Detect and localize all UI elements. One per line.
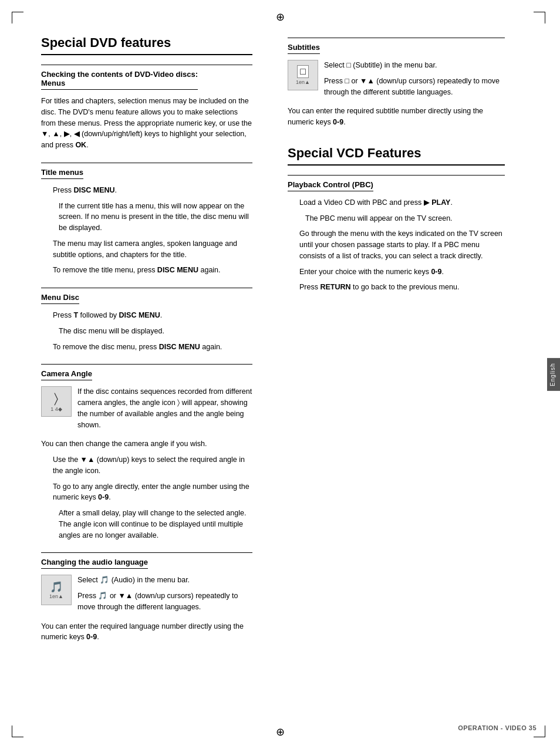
corner-tl bbox=[12, 12, 23, 23]
title-menus-line4: To remove the title menu, press DISC MEN… bbox=[41, 265, 252, 276]
subtitles-heading: Subtitles bbox=[288, 43, 320, 54]
crosshair-bottom: ⊕ bbox=[276, 727, 285, 737]
divider bbox=[41, 163, 252, 163]
checking-dvd-title: Checking the contents of DVD-Video discs… bbox=[41, 70, 198, 90]
camera-angle-icon: 〉 1 4◆ bbox=[41, 386, 72, 417]
checking-dvd-body: For titles and chapters, selection menus… bbox=[41, 96, 252, 151]
pbc-line3: Go through the menu with the keys indica… bbox=[288, 228, 505, 261]
camera-angle-body4: After a small delay, play will change to… bbox=[41, 508, 252, 541]
page: ⊕ ⊕ English Special DVD features Checkin… bbox=[0, 0, 560, 749]
divider bbox=[41, 552, 252, 553]
camera-angle-body1: You can then change the camera angle if … bbox=[41, 438, 252, 450]
camera-angle-icon-text: If the disc contains sequences recorded … bbox=[77, 386, 252, 430]
audio-select-text: Select 🎵 (Audio) in the menu bar. bbox=[77, 575, 252, 586]
subsection-checking-dvd: Checking the contents of DVD-Video discs… bbox=[41, 65, 252, 151]
subsection-menu-disc: Menu Disc Press T followed by DISC MENU.… bbox=[41, 288, 252, 352]
camera-angle-heading: Camera Angle bbox=[41, 369, 92, 380]
page-footer: OPERATION - VIDEO 35 bbox=[458, 724, 537, 731]
left-section-title: Special DVD features bbox=[41, 35, 252, 55]
subtitle-press-text: Press □ or ▼▲ (down/up cursors) repeated… bbox=[324, 76, 505, 98]
audio-language-text-block: Select 🎵 (Audio) in the menu bar. Press … bbox=[77, 575, 252, 617]
language-tab: English bbox=[547, 358, 560, 391]
divider bbox=[288, 175, 505, 176]
subtitles-text-block: Select □ (Subtitle) in the menu bar. Pre… bbox=[324, 60, 505, 102]
audio-icon: 🎵 1en▲ bbox=[41, 575, 72, 605]
corner-tr bbox=[534, 12, 545, 23]
crosshair-top: ⊕ bbox=[276, 12, 285, 22]
subsection-camera-angle: Camera Angle 〉 1 4◆ If the disc contains… bbox=[41, 364, 252, 541]
title-menus-line1: Press DISC MENU. bbox=[41, 185, 252, 196]
subtitle-select-text: Select □ (Subtitle) in the menu bar. bbox=[324, 60, 505, 71]
camera-angle-icon-row: 〉 1 4◆ If the disc contains sequences re… bbox=[41, 386, 252, 435]
pbc-line4: Enter your choice with the numeric keys … bbox=[288, 266, 505, 278]
subsection-pbc: Playback Control (PBC) Load a Video CD w… bbox=[288, 175, 505, 293]
pbc-line2: The PBC menu will appear on the TV scree… bbox=[288, 213, 505, 224]
camera-angle-body2: Use the ▼▲ (down/up) keys to select the … bbox=[41, 454, 252, 477]
divider bbox=[41, 364, 252, 365]
divider bbox=[41, 288, 252, 288]
section-vcd: Special VCD Features Playback Control (P… bbox=[288, 146, 505, 293]
subtitle-icon: □ 1en▲ bbox=[288, 60, 318, 90]
audio-press-text: Press 🎵 or ▼▲ (down/up cursors) repeated… bbox=[77, 591, 252, 613]
audio-language-heading: Changing the audio language bbox=[41, 558, 148, 569]
menu-disc-heading: Menu Disc bbox=[41, 293, 79, 304]
audio-language-icon-row: 🎵 1en▲ Select 🎵 (Audio) in the menu bar.… bbox=[41, 575, 252, 617]
audio-numeric-text: You can enter the required language numb… bbox=[41, 621, 252, 643]
title-menus-line2: If the current title has a menu, this wi… bbox=[41, 201, 252, 234]
subtitles-icon-row: □ 1en▲ Select □ (Subtitle) in the menu b… bbox=[288, 60, 505, 102]
pbc-line5: Press RETURN to go back to the previous … bbox=[288, 282, 505, 293]
pbc-line1: Load a Video CD with PBC and press ▶ PLA… bbox=[288, 197, 505, 208]
title-menus-heading: Title menus bbox=[41, 168, 83, 179]
left-column: Special DVD features Checking the conten… bbox=[0, 35, 270, 714]
camera-angle-body3: To go to any angle directly, enter the a… bbox=[41, 481, 252, 504]
menu-disc-line3: To remove the disc menu, press DISC MENU… bbox=[41, 342, 252, 353]
divider bbox=[41, 65, 252, 65]
right-column: Subtitles □ 1en▲ Select □ (Subtitle) in … bbox=[270, 35, 540, 714]
corner-bl bbox=[12, 726, 23, 737]
subsection-title-menus: Title menus Press DISC MENU. If the curr… bbox=[41, 163, 252, 276]
menu-disc-line2: The disc menu will be displayed. bbox=[41, 326, 252, 337]
subtitle-numeric-text: You can enter the required subtitle numb… bbox=[288, 106, 505, 128]
subsection-audio-language: Changing the audio language 🎵 1en▲ Selec… bbox=[41, 552, 252, 643]
title-menus-line3: The menu may list camera angles, spoken … bbox=[41, 238, 252, 261]
subsection-subtitles: Subtitles □ 1en▲ Select □ (Subtitle) in … bbox=[288, 38, 505, 128]
vcd-section-title: Special VCD Features bbox=[288, 146, 505, 166]
divider bbox=[288, 38, 505, 38]
menu-disc-line1: Press T followed by DISC MENU. bbox=[41, 310, 252, 321]
pbc-heading: Playback Control (PBC) bbox=[288, 180, 373, 191]
